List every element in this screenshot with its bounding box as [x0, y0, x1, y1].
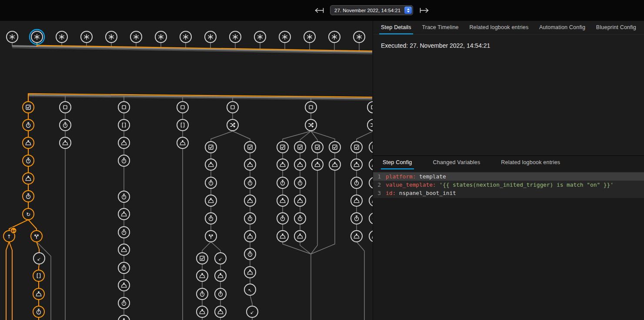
trace-node-bell[interactable]: [33, 288, 44, 300]
trace-node-asterisk[interactable]: [304, 31, 315, 43]
trace-node-brackets[interactable]: [118, 119, 130, 131]
trace-node-asterisk[interactable]: [56, 31, 67, 43]
trace-node-decision[interactable]: [305, 119, 317, 131]
trace-node-decision[interactable]: [227, 119, 238, 131]
trace-node-timer[interactable]: [23, 155, 34, 166]
trace-node-bell[interactable]: [215, 306, 226, 317]
trace-node-bell[interactable]: [197, 306, 208, 317]
tab-trace-timeline[interactable]: Trace Timeline: [420, 21, 460, 34]
trace-node-bell[interactable]: [369, 159, 373, 170]
next-run-arrow-icon[interactable]: [418, 7, 430, 14]
trace-node-bell[interactable]: [277, 159, 288, 170]
trace-node-decision[interactable]: [367, 119, 373, 131]
trace-node-asterisk[interactable]: [230, 31, 241, 43]
yaml-code-block[interactable]: 1platform: template2value_template: '{{ …: [373, 172, 644, 198]
trace-node-square[interactable]: [60, 102, 71, 113]
trace-node-checkbox[interactable]: [23, 102, 34, 113]
trace-node-bell[interactable]: [277, 195, 288, 206]
tab-automation-config[interactable]: Automation Config: [537, 21, 587, 34]
trace-node-timer[interactable]: [205, 177, 217, 188]
trace-node-checkbox[interactable]: [329, 142, 340, 153]
trace-node-bell[interactable]: [312, 159, 323, 170]
trace-node-timer[interactable]: [23, 119, 34, 131]
trace-node-asterisk[interactable]: [329, 31, 340, 43]
trace-node-bell[interactable]: [205, 159, 217, 170]
trace-node-bell[interactable]: [118, 244, 130, 255]
trace-node-bell[interactable]: [294, 159, 306, 170]
trace-node-timer[interactable]: [118, 191, 130, 202]
trace-node-bell[interactable]: [244, 159, 256, 170]
trace-node-checkbox[interactable]: [197, 253, 208, 264]
trace-node-bell[interactable]: [205, 195, 217, 206]
trace-node-timer[interactable]: [118, 297, 130, 309]
trace-node-timer[interactable]: [351, 177, 362, 188]
run-select[interactable]: 27. November 2022, 14:54:21: [330, 5, 413, 15]
trace-node-bell[interactable]: [351, 159, 362, 170]
trace-node-arrow-down-left[interactable]: ↙: [215, 253, 226, 264]
trace-node-timer[interactable]: [244, 248, 256, 260]
previous-run-arrow-icon[interactable]: [314, 7, 325, 14]
trace-node-bell[interactable]: [244, 195, 256, 206]
trace-node-bell[interactable]: [197, 270, 208, 281]
trace-node-timer[interactable]: [60, 119, 71, 131]
trace-node-timer[interactable]: [351, 213, 362, 224]
tab-blueprint-config[interactable]: Blueprint Config: [594, 21, 638, 34]
trace-node-bell[interactable]: [60, 137, 71, 148]
trace-node-bell[interactable]: [369, 195, 373, 206]
config-tab-related-logbook-entries[interactable]: Related logbook entries: [499, 156, 562, 169]
trace-node-asterisk[interactable]: [106, 31, 117, 43]
trace-node-bell[interactable]: [294, 195, 306, 206]
trace-node-bell[interactable]: [329, 159, 340, 170]
trace-node-bell[interactable]: [277, 231, 288, 242]
trace-node-timer[interactable]: [215, 288, 226, 300]
trace-node-bell[interactable]: [118, 280, 130, 291]
trace-node-checkbox[interactable]: [277, 142, 288, 153]
trace-node-square[interactable]: [305, 102, 317, 113]
trace-node-asterisk[interactable]: [7, 31, 18, 43]
trace-node-bell[interactable]: [244, 267, 256, 278]
tab-related-logbook-entries[interactable]: Related logbook entries: [467, 21, 530, 34]
trace-node-bell[interactable]: [244, 231, 256, 242]
trace-node-timer[interactable]: [294, 213, 306, 224]
trace-node-asterisk[interactable]: [354, 31, 365, 43]
trace-node-bell[interactable]: [23, 173, 34, 184]
trace-node-arrow-down-left[interactable]: ↙: [247, 306, 258, 317]
trace-node-repeat[interactable]: ↻: [23, 208, 34, 220]
trace-node-bell[interactable]: [369, 231, 373, 242]
trace-node-square[interactable]: [367, 102, 373, 113]
trace-node-asterisk[interactable]: [130, 31, 142, 43]
trace-node-square[interactable]: [118, 102, 130, 113]
trace-node-timer[interactable]: [23, 191, 34, 202]
config-tab-step-config[interactable]: Step Config: [381, 156, 414, 169]
trace-node-timer[interactable]: [33, 306, 44, 317]
trace-node-asterisk[interactable]: [180, 31, 191, 43]
tab-step-details[interactable]: Step Details: [379, 21, 413, 34]
trace-node-timer[interactable]: [197, 288, 208, 300]
config-tab-changed-variables[interactable]: Changed Variables: [431, 156, 482, 169]
trace-graph[interactable]: ↻↖↙↑9+↙↙: [0, 21, 373, 320]
trace-node-checkbox[interactable]: [369, 142, 373, 153]
trace-node-asterisk[interactable]: [279, 31, 290, 43]
trace-node-bell[interactable]: [118, 315, 130, 320]
trace-node-arrow-up-left[interactable]: ↖: [244, 284, 256, 295]
trace-node-timer[interactable]: [118, 155, 130, 166]
trace-node-square[interactable]: [227, 102, 238, 113]
trace-node-arrow-down-left[interactable]: ↙: [33, 253, 45, 264]
trace-node-timer[interactable]: [369, 213, 373, 224]
trace-node-checkbox[interactable]: [351, 142, 362, 153]
trace-node-asterisk[interactable]: [30, 30, 44, 44]
trace-node-bell[interactable]: [215, 270, 226, 281]
trace-node-arrow-up[interactable]: ↑9+: [3, 228, 17, 242]
trace-node-split[interactable]: [31, 231, 42, 242]
trace-node-bell[interactable]: [351, 195, 362, 206]
trace-node-asterisk[interactable]: [81, 31, 92, 43]
trace-node-bell[interactable]: [177, 137, 188, 148]
trace-node-brackets[interactable]: [177, 119, 188, 131]
trace-node-timer[interactable]: [244, 177, 256, 188]
trace-node-checkbox[interactable]: [205, 142, 217, 153]
trace-node-timer[interactable]: [277, 177, 288, 188]
trace-node-asterisk[interactable]: [254, 31, 266, 43]
trace-node-checkbox[interactable]: [312, 142, 323, 153]
trace-node-checkbox[interactable]: [294, 142, 306, 153]
trace-node-square[interactable]: [177, 102, 188, 113]
